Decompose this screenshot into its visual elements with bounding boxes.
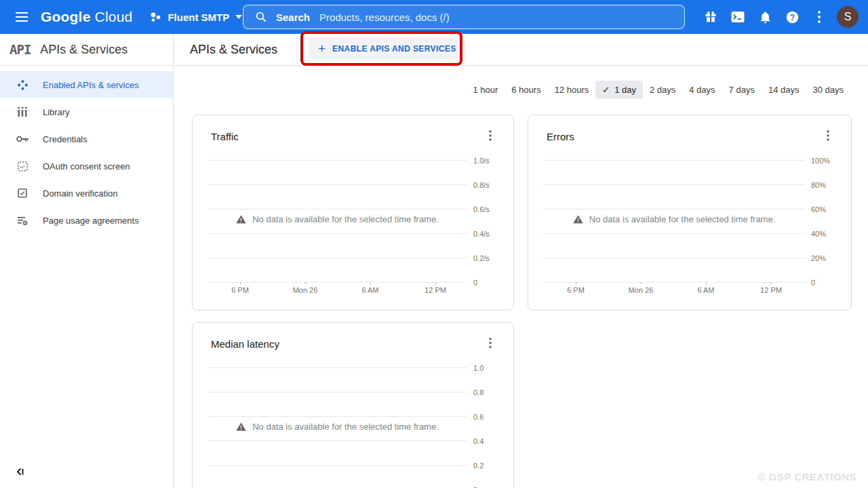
x-tick-label: 12 PM: [425, 286, 446, 294]
chevron-down-icon: [235, 15, 242, 19]
help-icon[interactable]: ?: [778, 3, 806, 30]
checkbox-icon: [16, 187, 28, 199]
gridline: 0.8/s: [208, 184, 467, 185]
y-tick-label: 0.4: [473, 437, 484, 445]
x-tick: [240, 282, 241, 285]
y-tick-label: 0.6: [473, 413, 484, 421]
gridline: 0.8: [208, 392, 467, 392]
filter-7-days[interactable]: 7 days: [722, 81, 762, 99]
project-selector[interactable]: Fluent SMTP: [150, 12, 242, 23]
gridline: 0.4: [208, 441, 467, 441]
y-tick-label: 100%: [811, 157, 830, 165]
card-menu-icon[interactable]: [482, 127, 498, 144]
traffic-chart-card: Traffic 1.0/s 0.8/s 0.6/s 0.4/s 0.2/s 0 …: [192, 115, 514, 310]
x-tick: [771, 282, 772, 285]
y-tick-label: 0.8/s: [473, 181, 490, 189]
time-range-filter: 1 hour 6 hours 12 hours ✓ 1 day 2 days 4…: [466, 81, 850, 99]
sidebar-item-credentials[interactable]: Credentials: [0, 125, 173, 152]
filter-2-days[interactable]: 2 days: [643, 81, 682, 99]
filter-1-hour[interactable]: 1 hour: [466, 81, 505, 99]
filter-4-days[interactable]: 4 days: [682, 81, 722, 99]
sidebar-nav: Enabled APIs & services Library Credenti…: [0, 66, 173, 234]
filter-12-hours[interactable]: 12 hours: [548, 81, 596, 99]
no-data-message: No data is available for the selected ti…: [208, 422, 467, 432]
y-tick-label: 0: [473, 279, 477, 287]
gridline: 1.0: [208, 367, 467, 368]
search-label: Search: [276, 12, 310, 23]
sidebar-header: API APIs & Services: [0, 34, 173, 66]
project-icon: [150, 12, 161, 23]
x-tick-label: 6 PM: [231, 286, 249, 294]
sidebar-item-page-usage-agreements[interactable]: Page usage agreements: [0, 207, 173, 234]
x-tick-label: 6 PM: [567, 286, 585, 294]
x-tick-label: 6 AM: [697, 286, 714, 294]
page-header: APIs & Services: [174, 34, 868, 66]
more-options-icon[interactable]: [806, 3, 833, 30]
logo-cloud: Cloud: [95, 9, 133, 25]
notifications-bell-icon[interactable]: [751, 3, 778, 30]
gridline: 1.0/s: [208, 160, 467, 161]
filter-14-days[interactable]: 14 days: [762, 81, 806, 99]
x-tick: [305, 282, 306, 285]
filter-6-hours[interactable]: 6 hours: [505, 81, 547, 99]
search-placeholder: Products, resources, docs (/): [319, 12, 450, 23]
sidebar-title: APIs & Services: [40, 43, 127, 57]
gridline: 0.2/s: [208, 258, 467, 258]
y-tick-label: 20%: [811, 254, 826, 262]
sidebar-item-label: Credentials: [43, 134, 87, 144]
collapse-sidebar-icon[interactable]: [15, 465, 28, 479]
topbar-actions: ? S: [697, 3, 859, 30]
x-tick: [576, 282, 576, 285]
card-title: Median latency: [211, 338, 279, 350]
y-tick-label: 0.8: [473, 388, 484, 396]
sidebar-item-oauth-consent[interactable]: OAuth consent screen: [0, 152, 173, 180]
x-tick: [706, 282, 707, 285]
enable-apis-button[interactable]: + ENABLE APIS AND SERVICES: [309, 39, 466, 59]
search-input[interactable]: Search Products, resources, docs (/): [243, 5, 685, 29]
warning-icon: [236, 215, 246, 224]
gridline: 0.2: [208, 465, 467, 466]
cloud-shell-icon[interactable]: [724, 3, 751, 30]
median-latency-chart-card: Median latency 1.0 0.8 0.6 0.4 0.2 0 No …: [192, 322, 514, 488]
avatar[interactable]: S: [837, 6, 859, 28]
sidebar-item-label: Page usage agreements: [43, 216, 139, 226]
sidebar-item-label: Enabled APIs & services: [43, 80, 139, 90]
y-tick-label: 60%: [811, 205, 826, 214]
x-tick-label: 6 AM: [361, 286, 378, 294]
top-app-bar: Google Cloud Fluent SMTP Search Products…: [0, 0, 868, 34]
sidebar-item-domain-verification[interactable]: Domain verification: [0, 180, 173, 207]
watermark: © GSP CREATIONS: [757, 471, 856, 483]
gridline: 40%: [543, 233, 805, 234]
filter-1-day-selected[interactable]: ✓ 1 day: [595, 81, 643, 99]
search-icon: [256, 12, 267, 22]
gridline: 0.6/s: [208, 209, 467, 209]
filter-30-days[interactable]: 30 days: [806, 81, 850, 99]
menu-icon[interactable]: [8, 3, 35, 30]
project-name: Fluent SMTP: [167, 12, 229, 23]
y-tick-label: 1.0: [473, 364, 484, 372]
sidebar-item-label: Library: [43, 107, 70, 117]
y-tick-label: 40%: [811, 230, 826, 238]
sidebar-item-enabled-apis[interactable]: Enabled APIs & services: [0, 71, 173, 98]
gridline: 0.4/s: [208, 233, 467, 234]
agreements-gear-icon: [16, 214, 28, 226]
x-tick-label: Mon 26: [293, 286, 318, 294]
sidebar-item-label: Domain verification: [43, 188, 118, 199]
x-tick: [641, 282, 642, 285]
card-menu-icon[interactable]: [482, 335, 498, 351]
no-data-message: No data is available for the selected ti…: [208, 214, 467, 224]
y-tick-label: 0.2/s: [473, 254, 490, 262]
free-trial-gift-icon[interactable]: [697, 3, 724, 30]
y-tick-label: 0.2: [473, 462, 484, 470]
y-tick-label: 1.0/s: [473, 157, 490, 165]
card-menu-icon[interactable]: [820, 127, 836, 144]
sidebar-item-library[interactable]: Library: [0, 98, 173, 125]
gridline: 80%: [543, 184, 805, 185]
check-icon: ✓: [602, 85, 610, 95]
google-cloud-logo[interactable]: Google Cloud: [41, 9, 132, 25]
x-tick: [435, 282, 436, 285]
card-title: Traffic: [211, 131, 239, 142]
card-title: Errors: [547, 131, 574, 142]
main-content: 1 hour 6 hours 12 hours ✓ 1 day 2 days 4…: [174, 66, 868, 488]
x-tick: [370, 282, 371, 285]
